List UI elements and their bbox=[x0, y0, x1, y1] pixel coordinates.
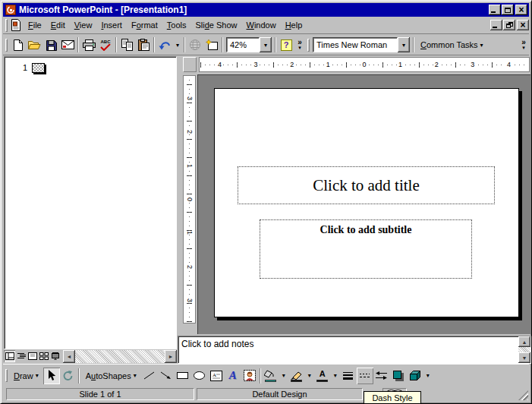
window-resize-grip[interactable] bbox=[518, 390, 528, 400]
slide-view-icon bbox=[28, 352, 37, 360]
title-placeholder[interactable]: Click to add title bbox=[238, 166, 495, 204]
line-button[interactable] bbox=[141, 368, 158, 384]
minimize-button[interactable] bbox=[489, 5, 501, 15]
normal-view-button[interactable] bbox=[4, 350, 15, 362]
design-name[interactable]: Default Design bbox=[197, 388, 363, 400]
menu-item-slide-show[interactable]: Slide Show bbox=[190, 18, 241, 32]
document-icon[interactable] bbox=[9, 19, 22, 31]
scrollbar-track[interactable] bbox=[518, 347, 530, 352]
close-button[interactable]: × bbox=[515, 5, 527, 15]
drawbar-more-dropdown[interactable]: ▾ bbox=[423, 368, 433, 384]
scrollbar-track[interactable] bbox=[75, 350, 165, 363]
arrow-style-button[interactable] bbox=[373, 368, 390, 384]
menu-bar: File Edit View Insert Format Tools Slide… bbox=[3, 17, 529, 34]
save-button[interactable] bbox=[42, 36, 59, 53]
doc-restore-button[interactable] bbox=[503, 20, 515, 30]
notes-pane[interactable]: Click to add notes ▲ ▼ bbox=[178, 336, 531, 364]
menu-item-view[interactable]: View bbox=[70, 18, 97, 32]
text-box-icon: A bbox=[210, 371, 222, 381]
spelling-button[interactable]: ABC bbox=[97, 36, 114, 53]
zoom-value[interactable]: 42% bbox=[226, 37, 260, 52]
font-color-button[interactable]: A bbox=[314, 368, 331, 384]
rectangle-button[interactable] bbox=[175, 368, 191, 384]
shadow-button[interactable] bbox=[390, 368, 407, 384]
clip-art-button[interactable] bbox=[241, 368, 258, 384]
std-toolbar-options-button[interactable]: » ▾ bbox=[294, 36, 305, 53]
scroll-left-button[interactable]: ◄ bbox=[63, 350, 75, 363]
subtitle-placeholder[interactable]: Click to add subtitle bbox=[260, 219, 472, 279]
dash-style-button[interactable] bbox=[357, 368, 373, 384]
slide-thumbnail-icon[interactable] bbox=[32, 63, 45, 73]
zoom-dropdown-button[interactable]: ▾ bbox=[260, 37, 272, 52]
font-dropdown-button[interactable]: ▾ bbox=[398, 37, 410, 52]
free-rotate-button[interactable] bbox=[60, 368, 77, 384]
three-d-button[interactable] bbox=[407, 368, 423, 384]
title-bar[interactable]: Microsoft PowerPoint - [Presentation1] × bbox=[3, 3, 529, 17]
fill-color-dropdown[interactable]: ▾ bbox=[279, 368, 288, 384]
menu-grip[interactable] bbox=[5, 19, 8, 32]
outline-view-button[interactable] bbox=[15, 350, 27, 362]
notes-scrollbar[interactable]: ▲ ▼ bbox=[518, 336, 530, 363]
menu-item-help[interactable]: Help bbox=[281, 18, 307, 32]
oval-button[interactable] bbox=[191, 368, 208, 384]
slide-show-view-button[interactable] bbox=[49, 350, 61, 362]
fill-color-button[interactable] bbox=[263, 368, 279, 384]
formatting-toolbar-grip[interactable] bbox=[307, 39, 310, 52]
slide-canvas[interactable]: Click to add title Click to add subtitle bbox=[197, 74, 530, 334]
new-slide-button[interactable] bbox=[203, 36, 220, 53]
scroll-down-button[interactable]: ▼ bbox=[518, 352, 530, 363]
slide-sorter-view-button[interactable] bbox=[38, 350, 49, 362]
fmt-toolbar-options-button[interactable]: » ▾ bbox=[518, 36, 529, 53]
doc-minimize-button[interactable] bbox=[490, 20, 502, 30]
menu-item-format[interactable]: Format bbox=[127, 18, 162, 32]
menu-item-tools[interactable]: Tools bbox=[162, 18, 191, 32]
menu-item-edit[interactable]: Edit bbox=[46, 18, 70, 32]
new-button[interactable] bbox=[9, 36, 26, 53]
common-tasks-button[interactable]: Common Tasks ▾ bbox=[416, 36, 488, 53]
doc-minimize-icon bbox=[493, 27, 497, 28]
font-name-value[interactable]: Times New Roman bbox=[313, 37, 398, 52]
toolbar-grip[interactable] bbox=[5, 39, 8, 52]
notes-placeholder[interactable]: Click to add notes bbox=[178, 336, 518, 363]
scroll-right-icon: ► bbox=[168, 354, 174, 359]
help-button[interactable]: ? bbox=[278, 36, 294, 53]
copy-button[interactable] bbox=[118, 36, 135, 53]
open-button[interactable] bbox=[26, 36, 42, 53]
menu-item-file[interactable]: File bbox=[24, 18, 46, 32]
minimize-icon bbox=[491, 11, 496, 13]
autoshapes-menu-button[interactable]: AutoShapes ▾ bbox=[81, 368, 141, 384]
text-box-button[interactable]: A bbox=[208, 368, 225, 384]
paste-button[interactable] bbox=[135, 36, 152, 53]
font-color-dropdown[interactable]: ▾ bbox=[331, 368, 340, 384]
ruler-number: 0 bbox=[360, 61, 367, 68]
horizontal-ruler[interactable]: 4 3 2 1 0 1 2 3 4 bbox=[199, 57, 530, 72]
outline-pane[interactable]: 1 bbox=[4, 56, 177, 349]
doc-close-button[interactable]: × bbox=[517, 20, 529, 30]
print-button[interactable] bbox=[80, 36, 97, 53]
email-button[interactable] bbox=[59, 36, 76, 53]
select-objects-button[interactable] bbox=[43, 368, 60, 384]
undo-button[interactable] bbox=[156, 36, 173, 53]
ruler-number: 2 bbox=[288, 61, 295, 68]
wordart-button[interactable]: A bbox=[225, 368, 241, 384]
slide-view-button[interactable] bbox=[27, 350, 38, 362]
maximize-button[interactable] bbox=[502, 5, 514, 15]
slide[interactable]: Click to add title Click to add subtitle bbox=[214, 88, 519, 317]
zoom-combo[interactable]: 42% ▾ bbox=[226, 37, 272, 52]
scroll-up-button[interactable]: ▲ bbox=[518, 336, 530, 347]
menu-item-insert[interactable]: Insert bbox=[96, 18, 127, 32]
scroll-right-button[interactable]: ► bbox=[165, 350, 177, 363]
drawing-toolbar-grip[interactable] bbox=[5, 369, 8, 382]
insert-hyperlink-button[interactable] bbox=[187, 36, 203, 53]
line-color-dropdown[interactable]: ▾ bbox=[305, 368, 314, 384]
font-combo[interactable]: Times New Roman ▾ bbox=[313, 37, 410, 52]
arrow-button[interactable] bbox=[158, 368, 175, 384]
undo-dropdown-button[interactable]: ▾ bbox=[173, 36, 182, 53]
line-style-button[interactable] bbox=[340, 368, 357, 384]
line-color-button[interactable] bbox=[288, 368, 305, 384]
outline-slide-entry[interactable]: 1 bbox=[5, 57, 176, 73]
outline-horizontal-scrollbar[interactable]: ◄ ► bbox=[63, 350, 177, 363]
menu-item-window[interactable]: Window bbox=[242, 18, 281, 32]
draw-menu-button[interactable]: Draw ▾ bbox=[9, 368, 43, 384]
vertical-ruler[interactable]: 3 2 1 0 1 2 3 bbox=[183, 75, 196, 324]
